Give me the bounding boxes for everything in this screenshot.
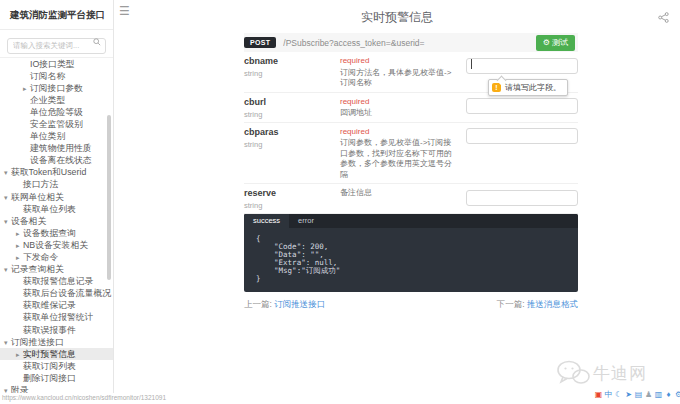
share-toolbar: ▣中☾➤▤♟▥♦⚙ [594, 390, 680, 399]
sidebar-item[interactable]: ▾订阅推送接口 [0, 336, 113, 348]
sidebar-item-label: 设备数据查询 [23, 228, 76, 238]
next-article-link[interactable]: 推送消息格式 [527, 299, 578, 309]
sidebar-item[interactable]: IO接口类型 [0, 58, 113, 70]
validation-tooltip: ! 请填写此字段。 [488, 79, 568, 96]
chevron-right-icon: ▸ [16, 240, 23, 251]
sidebar-item-label: 获取单位列表 [23, 204, 76, 214]
sidebar-item-label: 获取单位报警统计 [23, 312, 93, 322]
param-row: cbparasstringrequired订阅参数，参见枚举值->订阅接口参数，… [244, 123, 578, 185]
gear-icon: ⚙ [543, 38, 550, 47]
param-type: string [244, 201, 340, 210]
sidebar-item[interactable]: 接口方法 [0, 178, 113, 190]
share-icon[interactable] [658, 9, 669, 27]
sidebar-item[interactable]: 订阅名称 [0, 70, 113, 82]
tooltip-text: 请填写此字段。 [505, 82, 561, 93]
search-input[interactable] [7, 38, 106, 54]
sidebar-item[interactable]: ▸设备数据查询 [0, 227, 113, 239]
sidebar-item-label: 获取订阅列表 [23, 361, 76, 371]
share-zh-icon[interactable]: 中 [604, 390, 613, 399]
sidebar-item[interactable]: 安全监管级别 [0, 118, 113, 130]
test-button[interactable]: ⚙测试 [536, 35, 575, 51]
reserve-input[interactable] [466, 190, 578, 206]
sidebar-item-label: 实时预警信息 [23, 349, 76, 359]
share-board-icon[interactable]: ▤ [634, 390, 643, 399]
param-description: 订阅参数，参见枚举值->订阅接口参数，找到对应名称下可用的参数，多个参数使用英文… [340, 138, 458, 180]
sidebar-item-label: IO接口类型 [30, 59, 74, 69]
param-row: cburlstringrequired回调地址 [244, 93, 578, 123]
sidebar-item[interactable]: 企业类型 [0, 94, 113, 106]
sidebar-item[interactable]: ▸订阅接口参数 [0, 82, 113, 94]
response-tab-success[interactable]: success [244, 214, 289, 228]
sidebar-item-label: 安全监管级别 [30, 119, 83, 129]
cburl-input[interactable] [466, 98, 578, 114]
sidebar-item[interactable]: ▸下发命令 [0, 251, 113, 263]
cbparas-input[interactable] [466, 128, 578, 144]
share-user-icon[interactable]: ♟ [644, 390, 653, 399]
params-table: cbnamestringrequired订阅方法名，具体参见枚举值->订阅名称c… [244, 52, 578, 214]
sidebar-title: 建筑消防监测平台接口 [0, 0, 113, 30]
sidebar-item-label: 订阅接口参数 [30, 83, 83, 93]
sidebar-scrollbar[interactable] [107, 115, 111, 280]
chevron-down-icon: ▾ [4, 337, 11, 348]
response-tabs: successerror [244, 214, 578, 228]
sidebar-item-label: 企业类型 [30, 95, 65, 105]
sidebar-menu: IO接口类型订阅名称▸订阅接口参数企业类型单位危险等级安全监管级别单位类别建筑物… [0, 58, 113, 404]
sidebar-item[interactable]: 获取报警信息记录 [0, 275, 113, 287]
sidebar-item-label: NB设备安装相关 [23, 240, 88, 250]
sidebar-item[interactable]: 删除订阅接口 [0, 372, 113, 384]
sidebar-item-label: 单位危险等级 [30, 107, 83, 117]
status-bar-url: https://www.kancloud.cn/nicoshen/sdfirem… [0, 393, 171, 404]
sidebar-item-label: 单位类别 [30, 131, 65, 141]
sidebar-item[interactable]: 建筑物使用性质 [0, 142, 113, 154]
http-method-badge: POST [244, 37, 276, 48]
share-doc-icon[interactable]: ▥ [654, 390, 663, 399]
watermark-text: 牛迪网 [593, 362, 647, 385]
sidebar-item-label: 接口方法 [23, 179, 58, 189]
chevron-down-icon: ▾ [4, 167, 11, 178]
sidebar-item[interactable]: ▾设备相关 [0, 215, 113, 227]
doc-content: POST /PSubscribe?access_token=&userid= ⚙… [244, 33, 578, 311]
sidebar-item[interactable]: ▸NB设备安装相关 [0, 239, 113, 251]
sidebar-item[interactable]: ▾获取Token和Userid [0, 166, 113, 178]
sidebar-item[interactable]: 获取误报事件 [0, 324, 113, 336]
sidebar-item-label: 联网单位相关 [11, 192, 64, 202]
sidebar-item-label: 获取Token和Userid [11, 167, 86, 177]
sidebar-item-label: 删除订阅接口 [23, 373, 76, 383]
sidebar-item[interactable]: 获取单位列表 [0, 203, 113, 215]
sidebar-item[interactable]: 获取单位报警统计 [0, 311, 113, 323]
chevron-right-icon: ▸ [16, 349, 23, 360]
param-name: cbname [244, 56, 340, 66]
share-settings-icon[interactable]: ⚙ [674, 390, 680, 399]
prev-article-link[interactable]: 订阅推送接口 [274, 299, 325, 309]
cbname-input[interactable] [466, 58, 578, 74]
sidebar-item[interactable]: 单位类别 [0, 130, 113, 142]
sidebar-item[interactable]: 单位危险等级 [0, 106, 113, 118]
sidebar-item-label: 建筑物使用性质 [30, 143, 92, 153]
sidebar-item[interactable]: ▾联网单位相关 [0, 191, 113, 203]
param-description: 回调地址 [340, 108, 458, 119]
share-qq-icon[interactable]: ☾ [614, 390, 623, 399]
response-tab-error[interactable]: error [289, 214, 323, 228]
next-article: 下一篇: 推送消息格式 [497, 299, 578, 311]
page-title: 实时预警信息 [114, 9, 680, 26]
sidebar-item[interactable]: 获取维保记录 [0, 299, 113, 311]
search-box [0, 30, 113, 58]
sidebar-item-label: 设备离在线状态 [30, 155, 92, 165]
sidebar-item[interactable]: ▾记录查询相关 [0, 263, 113, 275]
sidebar: 建筑消防监测平台接口 IO接口类型订阅名称▸订阅接口参数企业类型单位危险等级安全… [0, 0, 114, 404]
param-description: 备注信息 [340, 188, 458, 199]
endpoint-bar: POST /PSubscribe?access_token=&userid= ⚙… [244, 33, 578, 52]
sidebar-item-label: 设备相关 [11, 216, 46, 226]
sidebar-item[interactable]: 设备离在线状态 [0, 154, 113, 166]
share-send-icon[interactable]: ➤ [624, 390, 633, 399]
share-fav-icon[interactable]: ♦ [664, 390, 673, 399]
param-row: reservestring备注信息 [244, 184, 578, 214]
chevron-down-icon: ▾ [4, 192, 11, 203]
chevron-down-icon: ▾ [4, 216, 11, 227]
share-grid-icon[interactable]: ▣ [594, 390, 603, 399]
wechat-logo-icon [556, 360, 590, 386]
sidebar-item[interactable]: ▸实时预警信息 [0, 348, 113, 360]
required-badge: required [340, 127, 458, 138]
sidebar-item[interactable]: 获取订阅列表 [0, 360, 113, 372]
sidebar-item[interactable]: 获取后台设备流量概况 [0, 287, 113, 299]
